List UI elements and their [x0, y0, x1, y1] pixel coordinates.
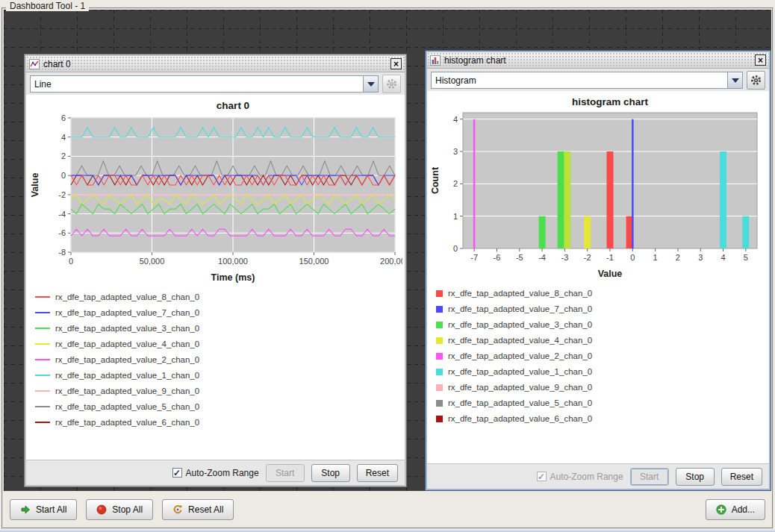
histogram-toolbar: Histogram — [427, 69, 769, 91]
svg-text:100,000: 100,000 — [218, 257, 248, 266]
legend-swatch — [436, 337, 443, 344]
svg-text:Value: Value — [30, 173, 40, 198]
histogram-panel: 01234-7-6-5-4-3-2-1012345histogram chart… — [427, 91, 769, 463]
histogram-titlebar[interactable]: histogram chart × — [427, 52, 769, 69]
legend-item: rx_dfe_tap_adapted_value_7_chan_0 — [35, 308, 394, 317]
auto-zoom-checkbox: ✓ Auto-Zoom Range — [537, 472, 623, 482]
svg-text:200,000: 200,000 — [380, 257, 402, 266]
stop-all-label: Stop All — [112, 504, 143, 515]
close-icon[interactable]: × — [390, 58, 402, 69]
legend-swatch — [436, 353, 443, 360]
legend-swatch — [35, 328, 50, 329]
histogram-legend: rx_dfe_tap_adapted_value_8_chan_0rx_dfe_… — [429, 281, 768, 463]
legend-item: rx_dfe_tap_adapted_value_4_chan_0 — [35, 339, 394, 348]
auto-zoom-label: Auto-Zoom Range — [550, 472, 623, 482]
chart0-toolbar: Line — [26, 72, 405, 95]
legend-swatch — [436, 290, 443, 297]
svg-text:4: 4 — [61, 133, 66, 142]
svg-text:0: 0 — [61, 171, 66, 180]
svg-text:-1: -1 — [606, 253, 614, 262]
legend-item: rx_dfe_tap_adapted_value_1_chan_0 — [35, 371, 394, 380]
legend-item: rx_dfe_tap_adapted_value_3_chan_0 — [35, 324, 394, 333]
line-chart-svg: 6420-2-4-6-8050,000100,000150,000200,000… — [28, 97, 402, 285]
svg-text:1: 1 — [453, 212, 458, 221]
legend-label: rx_dfe_tap_adapted_value_8_chan_0 — [448, 289, 592, 298]
svg-text:3: 3 — [698, 253, 703, 262]
svg-text:-4: -4 — [538, 253, 546, 262]
svg-text:chart 0: chart 0 — [217, 100, 249, 111]
svg-text:histogram chart: histogram chart — [572, 96, 649, 107]
legend-swatch — [436, 400, 443, 407]
svg-text:6: 6 — [61, 113, 66, 122]
legend-label: rx_dfe_tap_adapted_value_6_chan_0 — [55, 418, 199, 427]
stop-button[interactable]: Stop — [676, 468, 715, 486]
legend-swatch — [436, 416, 443, 422]
chart0-panel: 6420-2-4-6-8050,000100,000150,000200,000… — [26, 95, 405, 460]
legend-swatch — [436, 384, 443, 391]
histogram-bar — [473, 119, 476, 248]
histogram-bar — [539, 216, 546, 248]
legend-label: rx_dfe_tap_adapted_value_1_chan_0 — [448, 367, 592, 376]
chart0-controls: ✓ Auto-Zoom Range Start Stop Reset — [26, 460, 405, 485]
auto-zoom-label: Auto-Zoom Range — [186, 468, 259, 478]
svg-text:150,000: 150,000 — [299, 257, 329, 266]
app-window: Dashboard Tool - 1 chart 0 × Line — [0, 0, 775, 532]
chart0-title: chart 0 — [43, 59, 71, 69]
chart-type-select[interactable]: Line — [30, 75, 379, 93]
legend-swatch — [35, 375, 50, 376]
svg-text:4: 4 — [720, 253, 725, 262]
legend-item: rx_dfe_tap_adapted_value_8_chan_0 — [436, 289, 759, 298]
legend-item: rx_dfe_tap_adapted_value_4_chan_0 — [436, 336, 759, 345]
svg-text:-6: -6 — [58, 228, 66, 237]
chevron-down-icon[interactable] — [727, 72, 742, 88]
legend-item: rx_dfe_tap_adapted_value_3_chan_0 — [436, 320, 759, 329]
legend-label: rx_dfe_tap_adapted_value_1_chan_0 — [55, 371, 199, 380]
chart-type-select[interactable]: Histogram — [431, 72, 743, 89]
app-bottom-bar: Start All Stop All Reset All Add... — [4, 493, 771, 526]
legend-swatch — [436, 322, 443, 328]
chart-type-value: Line — [31, 76, 363, 92]
histogram-frame: histogram chart × Histogram 01234-7-6-5-… — [426, 51, 771, 490]
svg-text:-4: -4 — [58, 210, 66, 219]
legend-label: rx_dfe_tap_adapted_value_8_chan_0 — [55, 292, 199, 301]
stop-button[interactable]: Stop — [311, 464, 350, 482]
auto-zoom-checkbox[interactable]: ✓ Auto-Zoom Range — [172, 468, 259, 478]
svg-text:0: 0 — [453, 244, 458, 253]
stop-all-button[interactable]: Stop All — [86, 499, 153, 520]
chevron-down-icon[interactable] — [363, 76, 378, 92]
gear-icon — [750, 75, 762, 86]
legend-swatch — [35, 343, 50, 345]
line-chart-icon — [29, 59, 40, 69]
svg-text:-8: -8 — [58, 248, 66, 257]
svg-text:-2: -2 — [584, 253, 591, 262]
svg-text:-2: -2 — [58, 190, 66, 199]
histogram-settings-button[interactable] — [747, 71, 765, 90]
legend-item: rx_dfe_tap_adapted_value_9_chan_0 — [35, 387, 394, 395]
histogram-title: histogram chart — [444, 55, 506, 66]
legend-label: rx_dfe_tap_adapted_value_2_chan_0 — [55, 355, 199, 364]
legend-swatch — [35, 312, 50, 313]
start-button: Start — [266, 464, 305, 482]
legend-item: rx_dfe_tap_adapted_value_5_chan_0 — [436, 398, 759, 407]
start-all-button[interactable]: Start All — [10, 499, 77, 520]
svg-text:4: 4 — [453, 115, 458, 124]
svg-text:-7: -7 — [470, 253, 478, 262]
reset-button[interactable]: Reset — [357, 464, 398, 482]
legend-label: rx_dfe_tap_adapted_value_4_chan_0 — [55, 339, 199, 348]
svg-text:2: 2 — [453, 179, 458, 188]
close-icon[interactable]: × — [755, 54, 766, 66]
svg-text:Count: Count — [430, 166, 441, 194]
reset-all-button[interactable]: Reset All — [162, 499, 234, 520]
reset-button[interactable]: Reset — [721, 468, 762, 486]
svg-text:0: 0 — [69, 257, 73, 266]
start-all-label: Start All — [36, 504, 66, 515]
chart0-titlebar[interactable]: chart 0 × — [26, 56, 405, 72]
histogram-bar — [584, 216, 591, 248]
svg-text:5: 5 — [744, 253, 748, 262]
legend-label: rx_dfe_tap_adapted_value_4_chan_0 — [448, 336, 592, 345]
svg-text:50,000: 50,000 — [140, 257, 165, 266]
desktop-pane: chart 0 × Line 6420-2-4-6-8050,000100,00… — [4, 10, 771, 491]
add-button[interactable]: Add... — [706, 499, 765, 520]
legend-item: rx_dfe_tap_adapted_value_7_chan_0 — [436, 304, 759, 313]
checkbox-check-icon: ✓ — [537, 472, 547, 481]
